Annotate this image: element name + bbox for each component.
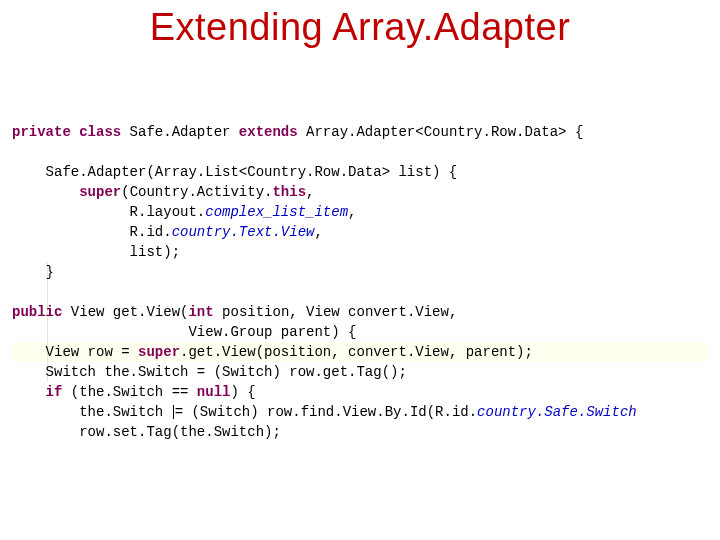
keyword: int [188,304,213,320]
code-line: super(Country.Activity.this, [12,184,314,200]
code-line: R.layout.complex_list_item, [12,204,356,220]
keyword: super [138,344,180,360]
code-line: public View get.View(int position, View … [12,304,457,320]
keyword: super [79,184,121,200]
code-line: if (the.Switch == null) { [12,384,256,400]
keyword: public [12,304,62,320]
code-lines: private class Safe.Adapter extends Array… [12,102,708,462]
code-line: View row = super.get.View(position, conv… [12,344,533,360]
text-cursor [173,405,174,419]
code-line: R.id.country.Text.View, [12,224,323,240]
keyword: extends [239,124,298,140]
keyword: private class [12,124,121,140]
keyword: null [197,384,231,400]
code-line: View.Group parent) { [12,324,356,340]
code-block: private class Safe.Adapter extends Array… [12,62,708,502]
slide-title: Extending Array.Adapter [0,6,720,49]
code-line: the.Switch = (Switch) row.find.View.By.I… [12,404,637,420]
static-field: complex_list_item [205,204,348,220]
code-line: Safe.Adapter(Array.List<Country.Row.Data… [12,164,457,180]
code-line: Switch the.Switch = (Switch) row.get.Tag… [12,364,407,380]
static-field: country.Text.View [172,224,315,240]
code-line: private class Safe.Adapter extends Array… [12,124,583,140]
static-field: country.Safe.Switch [477,404,637,420]
keyword: this [272,184,306,200]
code-line: list); [12,244,180,260]
keyword: if [46,384,63,400]
slide: Extending Array.Adapter private class Sa… [0,0,720,540]
code-line: } [12,264,54,280]
code-line: row.set.Tag(the.Switch); [12,424,281,440]
